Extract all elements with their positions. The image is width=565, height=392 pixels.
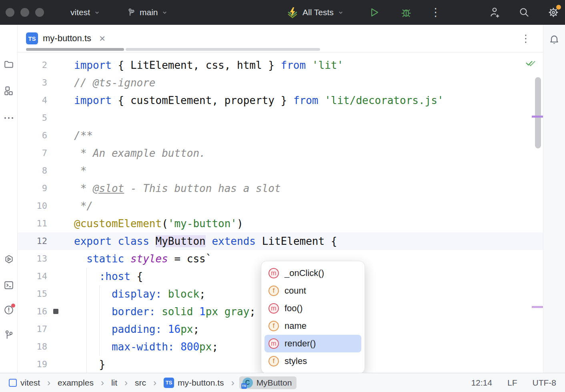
title-bar: vitest main All Tests — [0, 0, 565, 25]
code-line-11[interactable]: 11@customElement('my-button') — [18, 215, 543, 232]
project-widget[interactable]: vitest — [70, 0, 100, 25]
more-tool-windows-button[interactable] — [4, 113, 14, 123]
close-window-button[interactable] — [6, 8, 14, 17]
line-number[interactable]: 8 — [18, 162, 60, 180]
structure-tool-button[interactable] — [4, 86, 14, 96]
search-icon[interactable] — [519, 7, 530, 18]
gutter-mark[interactable] — [53, 309, 58, 314]
code-with-me-icon[interactable] — [489, 6, 501, 18]
run-configuration-widget: All Tests ⋮ — [287, 0, 441, 25]
close-tab-icon[interactable]: × — [99, 33, 105, 44]
code-text: * — [60, 162, 86, 180]
line-number[interactable]: 7 — [18, 144, 60, 162]
code-text: * @slot - This button has a slot — [60, 180, 281, 197]
completion-item[interactable]: fname — [264, 317, 361, 335]
services-run-icon — [4, 254, 14, 265]
error-badge — [11, 304, 15, 308]
scrollbar-marker[interactable] — [532, 116, 543, 118]
code-line-3[interactable]: 3// @ts-ignore — [18, 74, 543, 92]
code-text: // @ts-ignore — [60, 74, 156, 92]
breadcrumb-item-vitest[interactable]: vitest — [6, 377, 42, 389]
code-line-12[interactable]: 12export class MyButton extends LitEleme… — [18, 232, 543, 250]
code-line-6[interactable]: 6/** — [18, 127, 543, 144]
vitest-icon[interactable] — [287, 6, 299, 18]
breadcrumb-item-my-button-ts[interactable]: TSmy-button.ts — [161, 376, 226, 389]
line-number[interactable]: 17 — [18, 320, 60, 338]
vcs-branch-widget[interactable]: main — [126, 0, 168, 25]
minimize-window-button[interactable] — [20, 8, 29, 17]
line-separator-widget[interactable]: LF — [507, 378, 517, 388]
horizontal-scrollbar-thumb[interactable] — [26, 48, 124, 51]
encoding-widget[interactable]: UTF-8 — [533, 378, 557, 388]
line-number[interactable]: 14 — [18, 268, 60, 285]
right-tool-stripe — [543, 25, 565, 373]
line-number[interactable]: 2 — [18, 56, 60, 74]
tab-options-icon[interactable]: ⋮ — [521, 32, 531, 45]
completion-item[interactable]: mfoo() — [264, 300, 361, 317]
line-number[interactable]: 4 — [18, 92, 60, 109]
titlebar-actions — [489, 0, 559, 25]
completion-item[interactable]: fcount — [264, 282, 361, 300]
code-text: static styles = css` — [60, 250, 212, 268]
version-control-tool-button[interactable] — [4, 330, 14, 340]
code-text: padding: 16px; — [60, 320, 199, 338]
line-number[interactable]: 5 — [18, 109, 60, 127]
inspections-ok-icon[interactable] — [525, 59, 536, 68]
line-number[interactable]: 13 — [18, 250, 60, 268]
method-icon: m — [268, 303, 279, 314]
branch-icon — [126, 8, 136, 17]
code-text: /** — [60, 127, 93, 144]
horizontal-scrollbar-track[interactable] — [126, 48, 320, 51]
project-name: vitest — [70, 8, 90, 17]
line-number[interactable]: 12 — [18, 232, 60, 250]
completion-item[interactable]: m_onClick() — [264, 264, 361, 282]
breadcrumb-item-src[interactable]: src — [132, 377, 148, 389]
terminal-tool-button[interactable] — [4, 280, 14, 290]
run-configuration-name[interactable]: All Tests — [303, 8, 334, 17]
line-number[interactable]: 6 — [18, 127, 60, 144]
typescript-badge-icon: TS — [241, 383, 247, 389]
code-line-7[interactable]: 7 * An example button. — [18, 144, 543, 162]
code-line-10[interactable]: 10 */ — [18, 197, 543, 215]
code-text: import { LitElement, css, html } from 'l… — [60, 56, 343, 74]
line-number[interactable]: 9 — [18, 180, 60, 197]
status-bar: vitest›examples›lit›src›TSmy-button.ts›C… — [0, 373, 565, 392]
completion-item[interactable]: fstyles — [264, 352, 361, 370]
chevron-down-icon[interactable] — [338, 10, 344, 16]
debug-button[interactable] — [401, 7, 412, 18]
line-number[interactable]: 19 — [18, 356, 60, 373]
run-button[interactable] — [369, 7, 380, 18]
code-editor[interactable]: 2import { LitElement, css, html } from '… — [18, 52, 543, 373]
maximize-window-button[interactable] — [35, 8, 44, 17]
branch-name: main — [140, 8, 158, 17]
problems-tool-button[interactable] — [4, 305, 14, 315]
folder-icon — [4, 59, 14, 70]
breadcrumb-item-lit[interactable]: lit — [109, 377, 120, 389]
settings-button[interactable] — [547, 6, 559, 18]
code-line-9[interactable]: 9 * @slot - This button has a slot — [18, 180, 543, 197]
completion-item-label: count — [285, 286, 306, 296]
code-line-5[interactable]: 5 — [18, 109, 543, 127]
typescript-file-icon: TS — [26, 32, 38, 44]
line-number[interactable]: 11 — [18, 215, 60, 232]
code-line-4[interactable]: 4import { customElement, property } from… — [18, 92, 543, 109]
code-text: * An example button. — [60, 144, 206, 162]
services-tool-button[interactable] — [4, 254, 14, 265]
line-number[interactable]: 10 — [18, 197, 60, 215]
more-actions-icon[interactable]: ⋮ — [430, 7, 441, 18]
code-line-2[interactable]: 2import { LitElement, css, html } from '… — [18, 56, 543, 74]
vertical-scrollbar-thumb[interactable] — [535, 77, 541, 148]
code-line-8[interactable]: 8 * — [18, 162, 543, 180]
line-number[interactable]: 15 — [18, 285, 60, 303]
breadcrumb-label: my-button.ts — [178, 378, 224, 388]
completion-item[interactable]: mrender() — [264, 335, 361, 352]
breadcrumb-item-examples[interactable]: examples — [55, 377, 96, 389]
line-number[interactable]: 3 — [18, 74, 60, 92]
notifications-bell-icon[interactable] — [549, 34, 560, 45]
structure-icon — [4, 86, 14, 96]
line-number[interactable]: 18 — [18, 338, 60, 356]
breadcrumb-item-mybutton[interactable]: CTSMyButton — [239, 376, 297, 389]
scrollbar-marker[interactable] — [532, 306, 543, 308]
breadcrumb-separator-icon: › — [231, 378, 234, 388]
project-tool-button[interactable] — [4, 59, 14, 70]
